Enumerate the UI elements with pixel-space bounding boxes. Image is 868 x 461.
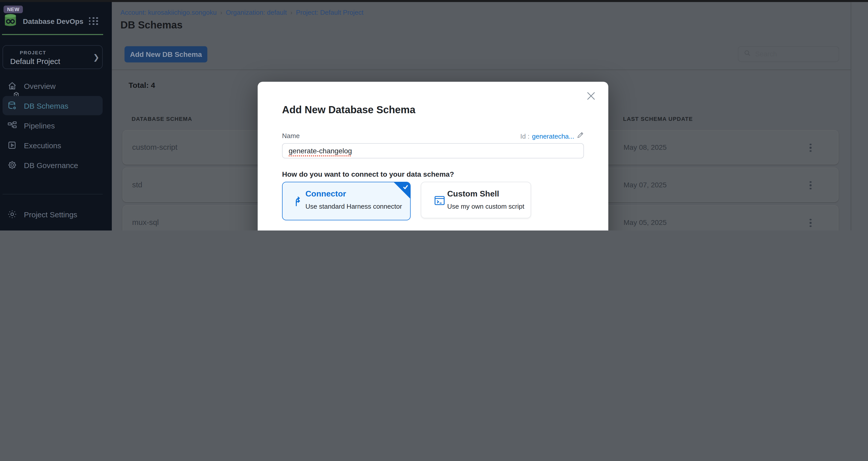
- sidebar-item-label: DB Schemas: [24, 101, 68, 110]
- modal-title: Add New Database Schema: [282, 104, 415, 116]
- schema-updated: May 07, 2025: [624, 181, 667, 189]
- project-name: Default Project: [10, 57, 60, 65]
- breadcrumb-project-link[interactable]: Project: Default Project: [296, 9, 364, 16]
- db-schema-icon: [7, 101, 17, 111]
- sidebar-item-overview[interactable]: Overview: [3, 76, 103, 95]
- database-devops-logo-icon: [3, 13, 18, 27]
- sidebar: NEW Database DevOps PROJECT Default Proj…: [0, 2, 112, 230]
- search-placeholder: Search: [755, 50, 777, 58]
- total-count: Total: 4: [129, 81, 155, 89]
- gear-icon: [7, 209, 17, 219]
- breadcrumb: Account: kurosakiichigo.songoku › Organi…: [120, 9, 364, 16]
- search-input[interactable]: Search: [738, 46, 839, 62]
- name-input[interactable]: generate-changelog: [282, 143, 584, 158]
- app-switcher-grid-icon[interactable]: [89, 17, 99, 25]
- sidebar-accent-divider: [2, 34, 103, 35]
- home-icon: [7, 81, 17, 91]
- id-prefix: Id :: [520, 132, 530, 140]
- sidebar-item-label: Overview: [24, 81, 56, 90]
- sidebar-item-db-schemas[interactable]: DB Schemas: [3, 96, 103, 115]
- row-menu-kebab-icon[interactable]: [806, 179, 815, 191]
- schema-updated: May 08, 2025: [624, 143, 667, 151]
- terminal-icon: [433, 194, 446, 207]
- breadcrumb-separator: ›: [220, 9, 222, 16]
- check-icon: [402, 184, 409, 190]
- add-new-db-schema-button[interactable]: Add New DB Schema: [125, 46, 207, 62]
- column-header-database-schema: DATABASE SCHEMA: [132, 116, 192, 122]
- pipelines-icon: [7, 120, 17, 130]
- sidebar-item-label: Pipelines: [24, 121, 55, 130]
- option-title: Connector: [305, 189, 346, 199]
- schema-name: mux-sql: [132, 218, 159, 226]
- breadcrumb-org-link[interactable]: Organization: default: [226, 9, 287, 16]
- app-root: NEW Database DevOps PROJECT Default Proj…: [0, 0, 868, 230]
- sidebar-item-label: Project Settings: [24, 210, 77, 219]
- schema-id-link[interactable]: generatecha...: [532, 132, 574, 140]
- option-subtitle: Use standard Harness connector: [305, 203, 402, 210]
- governance-gear-icon: [7, 160, 17, 170]
- right-panel-divider: [851, 2, 851, 230]
- option-card-custom-shell[interactable]: Custom Shell Use my own custom script: [421, 182, 531, 218]
- add-schema-modal: Add New Database Schema Name Id : genera…: [258, 82, 608, 230]
- connector-branch-icon: [293, 195, 305, 208]
- breadcrumb-separator: ›: [290, 9, 292, 16]
- sidebar-item-project-settings[interactable]: Project Settings: [3, 205, 103, 224]
- schema-id-row: Id : generatecha...: [520, 131, 584, 141]
- row-menu-kebab-icon[interactable]: [806, 217, 815, 229]
- header-divider: [112, 70, 851, 70]
- sidebar-item-executions[interactable]: Executions: [3, 136, 103, 155]
- new-badge: NEW: [4, 6, 23, 13]
- breadcrumb-account-link[interactable]: Account: kurosakiichigo.songoku: [120, 9, 217, 16]
- search-icon: [743, 49, 751, 59]
- connect-question: How do you want to connect to your data …: [282, 170, 454, 178]
- sidebar-item-label: Executions: [24, 141, 61, 150]
- sidebar-item-pipelines[interactable]: Pipelines: [3, 116, 103, 135]
- option-subtitle: Use my own custom script: [447, 203, 524, 210]
- option-card-connector[interactable]: Connector Use standard Harness connector: [282, 182, 411, 220]
- product-title: Database DevOps: [23, 17, 83, 25]
- browser-chrome-bar: [0, 0, 868, 2]
- schema-updated: May 05, 2025: [624, 218, 667, 226]
- project-selector[interactable]: PROJECT Default Project ❯: [3, 45, 103, 69]
- column-header-last-schema-update: LAST SCHEMA UPDATE: [623, 116, 693, 122]
- row-menu-kebab-icon[interactable]: [806, 142, 815, 154]
- project-scope-label: PROJECT: [20, 50, 46, 55]
- sidebar-item-label: DB Governance: [24, 161, 78, 169]
- page-title: DB Schemas: [120, 19, 183, 31]
- executions-icon: [7, 140, 17, 150]
- name-label: Name: [282, 132, 300, 140]
- name-input-value: generate-changelog: [289, 147, 352, 155]
- close-icon[interactable]: [586, 91, 596, 101]
- schema-name: custom-script: [132, 143, 177, 151]
- chevron-right-icon: ❯: [93, 53, 99, 62]
- option-title: Custom Shell: [447, 189, 499, 199]
- schema-name: std: [132, 180, 142, 189]
- sidebar-divider: [3, 194, 103, 194]
- sidebar-item-db-governance[interactable]: DB Governance: [3, 155, 103, 175]
- edit-pencil-icon[interactable]: [577, 131, 584, 141]
